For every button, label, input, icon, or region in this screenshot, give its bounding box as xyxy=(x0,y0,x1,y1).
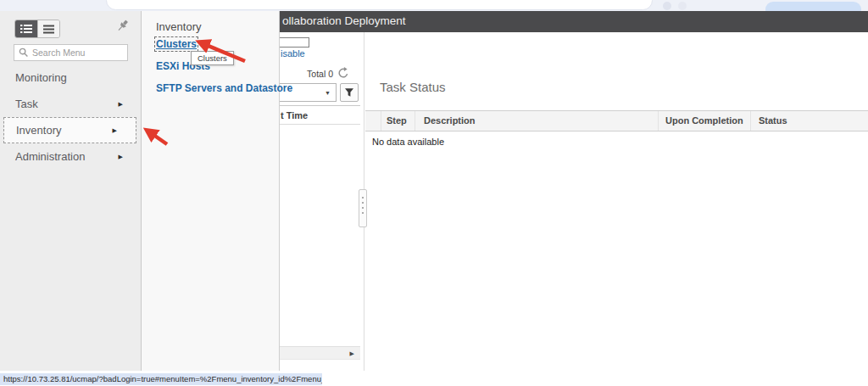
funnel-icon xyxy=(344,87,354,98)
browser-extension-icon[interactable] xyxy=(678,2,687,10)
hamburger-icon xyxy=(43,25,54,34)
tree-view-toggle-button[interactable] xyxy=(15,20,37,37)
table-column-status: Status xyxy=(751,111,868,131)
empty-table-message: No data available xyxy=(372,137,444,147)
scroll-right-icon[interactable]: ▶ xyxy=(350,350,354,357)
sidebar-item-label: Task xyxy=(15,98,38,110)
sidebar-item-monitoring[interactable]: Monitoring xyxy=(0,64,142,91)
address-bar[interactable] xyxy=(106,0,653,10)
table-column-description: Description xyxy=(415,111,659,131)
flyout-item-clusters[interactable]: Clusters xyxy=(156,38,197,50)
status-bar-url: https://10.73.25.81/ucmap/?badLogin=true… xyxy=(0,373,322,385)
flyout-title: Inventory xyxy=(156,20,201,33)
filter-button[interactable] xyxy=(340,83,359,102)
grip-dots-icon xyxy=(362,197,364,214)
submenu-arrow-icon: ▶ xyxy=(113,118,117,143)
table-column-empty xyxy=(365,111,381,131)
sidebar-menu: Monitoring Task ▶ Inventory ▶ Administra… xyxy=(0,64,142,170)
sidebar-item-task[interactable]: Task ▶ xyxy=(0,91,142,117)
sidebar: Monitoring Task ▶ Inventory ▶ Administra… xyxy=(0,11,142,371)
flat-list-toggle-button[interactable] xyxy=(37,20,59,37)
horizontal-scrollbar[interactable]: ▶ xyxy=(280,346,360,360)
column-header-divider xyxy=(280,124,360,125)
pin-menu-button[interactable] xyxy=(115,19,131,34)
sidebar-item-administration[interactable]: Administration ▶ xyxy=(0,143,142,170)
pin-icon xyxy=(115,19,130,33)
task-status-title: Task Status xyxy=(380,80,446,94)
browser-extension-icon[interactable] xyxy=(663,2,671,10)
refresh-icon[interactable] xyxy=(337,67,349,79)
splitter-drag-handle[interactable] xyxy=(359,189,367,227)
browser-control-pill[interactable] xyxy=(765,2,861,11)
total-count-label: Total 0 xyxy=(307,69,333,79)
search-icon xyxy=(19,48,29,58)
browser-chrome xyxy=(0,0,868,11)
table-column-upon-completion: Upon Completion xyxy=(659,111,751,131)
cutoff-button[interactable] xyxy=(280,37,309,48)
inventory-flyout-menu: Inventory Clusters ESXi Hosts SFTP Serve… xyxy=(142,11,280,371)
time-column-header-partial: t Time xyxy=(281,110,308,120)
sidebar-item-label: Monitoring xyxy=(15,71,67,84)
menu-search-box[interactable] xyxy=(14,44,128,61)
column-header-divider xyxy=(280,105,360,106)
clusters-tooltip: Clusters xyxy=(191,51,234,65)
task-status-panel: Task Status Step Description Upon Comple… xyxy=(365,32,868,371)
submenu-arrow-icon: ▶ xyxy=(119,91,123,117)
table-column-step: Step xyxy=(381,111,415,131)
search-input[interactable] xyxy=(32,48,121,58)
submenu-arrow-icon: ▶ xyxy=(119,143,123,170)
task-status-table-header: Step Description Upon Completion Status xyxy=(365,110,868,131)
disable-link-partial[interactable]: isable xyxy=(281,48,305,59)
menu-view-toggle-group xyxy=(14,20,60,38)
app-title: ollaboration Deployment xyxy=(282,14,406,27)
chevron-down-icon: ▼ xyxy=(325,90,331,96)
flyout-item-sftp-servers[interactable]: SFTP Servers and Datastore xyxy=(156,82,292,94)
sidebar-item-label: Inventory xyxy=(16,124,61,137)
sidebar-item-label: Administration xyxy=(15,150,85,163)
sidebar-item-inventory[interactable]: Inventory ▶ xyxy=(3,117,136,143)
tree-list-icon xyxy=(20,24,32,34)
